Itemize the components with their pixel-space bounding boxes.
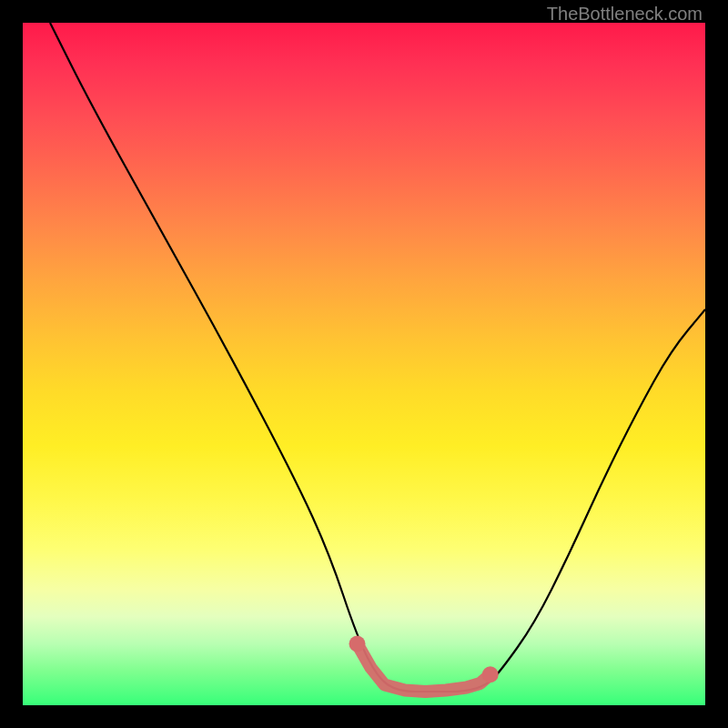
svg-point-0 bbox=[349, 636, 366, 652]
watermark-text: TheBottleneck.com bbox=[547, 4, 703, 25]
svg-point-1 bbox=[482, 666, 499, 682]
bottleneck-curve-svg bbox=[23, 23, 705, 705]
plot-area bbox=[23, 23, 705, 705]
chart-container: TheBottleneck.com bbox=[0, 0, 728, 728]
optimal-range-markers bbox=[349, 636, 499, 693]
bottleneck-curve bbox=[50, 23, 705, 692]
